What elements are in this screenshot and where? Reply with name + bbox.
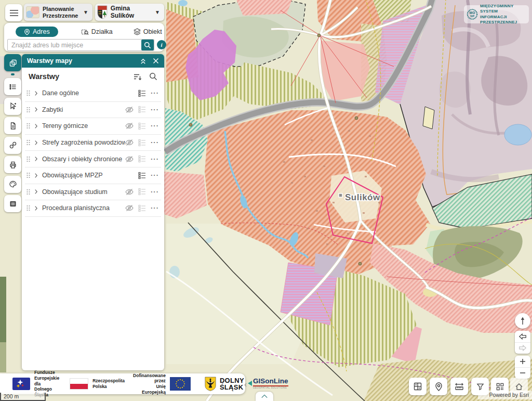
visibility-off-icon[interactable] <box>125 156 134 163</box>
drag-handle-icon[interactable] <box>26 123 31 129</box>
layer-row[interactable]: Obowiązujące MPZP ··· <box>25 167 161 184</box>
footer-collapse-chevron[interactable]: ‹ <box>244 380 247 389</box>
legend-list-icon[interactable] <box>138 155 146 163</box>
drag-handle-icon[interactable] <box>26 205 31 211</box>
mgsip-badge-icon: MG SIP <box>467 6 478 22</box>
tab-obiekt[interactable]: Obiekt <box>134 28 162 35</box>
place-label-sulikow: Sulików <box>339 192 380 202</box>
expand-chevron-icon[interactable] <box>34 90 38 96</box>
options-menu-icon[interactable]: ··· <box>151 123 159 128</box>
legend-list-icon[interactable] <box>138 122 146 130</box>
footer-expand-button[interactable] <box>256 392 273 401</box>
legend-list-icon[interactable] <box>138 89 146 97</box>
municipality-selector-label: Gmina Sulików <box>111 5 155 20</box>
tab-dzialka[interactable]: Działka <box>81 28 113 35</box>
north-arrow-icon <box>519 317 526 325</box>
gisonline-logo[interactable]: GISonLine GEOSPATIAL SOLUTIONS <box>248 378 288 389</box>
expand-chevron-icon[interactable] <box>34 140 38 146</box>
layer-row[interactable]: Strefy zagrożenia powodziowego ··· <box>25 135 161 151</box>
module-selector[interactable]: Planowanie Przestrzenne ▼ <box>24 4 92 21</box>
filter-funnel-icon <box>476 382 485 391</box>
toolbar-list-button[interactable] <box>4 78 21 95</box>
basemap-button[interactable] <box>409 378 427 395</box>
options-menu-icon[interactable]: ··· <box>151 90 159 96</box>
printer-icon <box>9 161 17 169</box>
scale-bar: 200 m <box>0 393 46 401</box>
municipality-crest <box>97 5 108 19</box>
layer-row[interactable]: Dane ogólne ··· <box>25 85 161 102</box>
options-menu-icon[interactable]: ··· <box>151 189 159 195</box>
legend-list-icon[interactable] <box>138 204 146 212</box>
options-menu-icon[interactable]: ··· <box>151 140 159 145</box>
legend-list-icon[interactable] <box>138 188 146 196</box>
options-menu-icon[interactable]: ··· <box>151 107 159 112</box>
options-menu-icon[interactable]: ··· <box>151 205 159 211</box>
zoom-in-button[interactable] <box>515 356 530 367</box>
visibility-off-icon[interactable] <box>125 106 134 113</box>
legend-list-icon[interactable] <box>138 172 146 179</box>
expand-chevron-icon[interactable] <box>34 189 38 195</box>
layers-panel-title: Warstwy mapy <box>27 57 72 64</box>
layer-row[interactable]: Procedura planistyczna ··· <box>25 200 161 217</box>
visibility-off-icon[interactable] <box>125 139 134 146</box>
expand-chevron-icon[interactable] <box>34 107 38 112</box>
search-layers-icon[interactable] <box>149 72 157 81</box>
collapse-panel-icon[interactable] <box>140 58 147 64</box>
layer-row[interactable]: Zabytki ··· <box>25 102 161 119</box>
sort-filter-icon[interactable] <box>134 73 142 81</box>
close-icon[interactable] <box>153 58 159 64</box>
toolbar-draw-button[interactable] <box>4 176 21 193</box>
eu-funds-logo <box>12 378 30 390</box>
chevron-down-icon: ▼ <box>83 9 88 15</box>
poland-label: RzeczpospolitaPolska <box>92 378 125 389</box>
expand-chevron-icon[interactable] <box>34 173 38 178</box>
toolbar-documents-button[interactable] <box>4 117 21 134</box>
info-button[interactable]: i <box>157 40 166 49</box>
drag-handle-icon[interactable] <box>26 90 31 96</box>
toolbar-legend-button[interactable] <box>4 195 21 212</box>
search-button[interactable] <box>141 40 154 50</box>
municipality-selector[interactable]: Gmina Sulików ▼ <box>95 4 164 21</box>
chevron-down-icon: ▼ <box>155 9 160 15</box>
layer-row[interactable]: Obowiązujące studium ··· <box>25 184 161 201</box>
toolbar-select-button[interactable] <box>4 98 21 115</box>
locate-button[interactable] <box>430 378 447 395</box>
drag-handle-icon[interactable] <box>26 156 31 162</box>
search-input[interactable] <box>7 39 154 51</box>
toolbar-map-layers-button[interactable] <box>4 54 21 71</box>
document-icon <box>9 122 17 130</box>
drag-handle-icon[interactable] <box>26 139 31 146</box>
layer-label: Zabytki <box>42 106 125 113</box>
back-button[interactable] <box>515 331 530 342</box>
active-tool-indicator <box>11 73 15 75</box>
layer-row[interactable]: Tereny górnicze ··· <box>25 118 161 135</box>
forward-button[interactable] <box>515 342 530 354</box>
legend-list-icon[interactable] <box>138 139 146 147</box>
options-menu-icon[interactable]: ··· <box>151 157 159 162</box>
measure-button[interactable] <box>450 378 468 395</box>
expand-chevron-icon[interactable] <box>34 123 38 129</box>
layer-row[interactable]: Obszary i obiekty chronione ··· <box>25 151 161 167</box>
compass-button[interactable] <box>515 313 530 329</box>
toolbar-share-link-button[interactable] <box>4 137 21 154</box>
map-pin-icon <box>24 29 30 35</box>
layer-label: Strefy zagrożenia powodziowego <box>42 139 125 146</box>
zoom-out-button[interactable] <box>515 367 530 379</box>
drag-handle-icon[interactable] <box>26 172 31 178</box>
drag-handle-icon[interactable] <box>26 189 31 195</box>
visibility-off-icon[interactable] <box>125 188 134 196</box>
visibility-off-icon[interactable] <box>125 204 134 212</box>
tab-adres[interactable]: Adres <box>16 27 58 37</box>
legend-list-icon[interactable] <box>138 106 146 113</box>
expand-chevron-icon[interactable] <box>34 156 38 162</box>
gisonline-name: GISonLine <box>253 378 288 386</box>
expand-chevron-icon[interactable] <box>34 205 38 211</box>
visibility-off-icon[interactable] <box>125 122 134 130</box>
options-menu-icon[interactable]: ··· <box>151 173 159 178</box>
layer-label: Tereny górnicze <box>42 122 125 130</box>
main-menu-button[interactable] <box>5 4 22 21</box>
module-selector-label: Planowanie Przestrzenne <box>43 6 78 19</box>
drag-handle-icon[interactable] <box>26 107 31 113</box>
gisonline-arrow-icon <box>248 381 252 386</box>
toolbar-print-button[interactable] <box>4 156 21 173</box>
